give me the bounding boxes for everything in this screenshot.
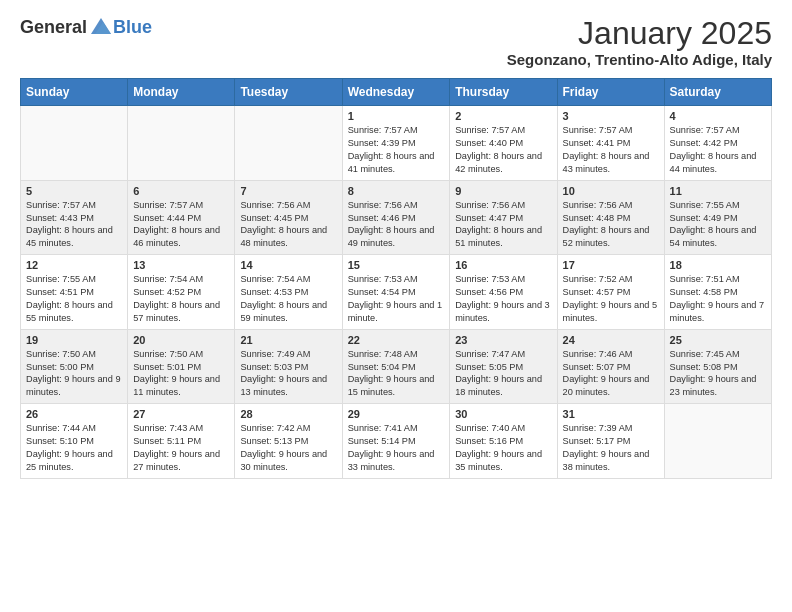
daylight-text: Daylight: 9 hours and 3 minutes. <box>455 300 550 323</box>
day-info: Sunrise: 7:50 AMSunset: 5:01 PMDaylight:… <box>133 348 229 400</box>
sunset-text: Sunset: 5:13 PM <box>240 436 308 446</box>
table-row: 29Sunrise: 7:41 AMSunset: 5:14 PMDayligh… <box>342 404 450 479</box>
day-number: 13 <box>133 259 229 271</box>
col-tuesday: Tuesday <box>235 79 342 106</box>
day-number: 18 <box>670 259 766 271</box>
daylight-text: Daylight: 8 hours and 54 minutes. <box>670 225 757 248</box>
daylight-text: Daylight: 8 hours and 55 minutes. <box>26 300 113 323</box>
day-number: 30 <box>455 408 551 420</box>
sunrise-text: Sunrise: 7:39 AM <box>563 423 633 433</box>
day-number: 28 <box>240 408 336 420</box>
day-number: 17 <box>563 259 659 271</box>
sunrise-text: Sunrise: 7:56 AM <box>348 200 418 210</box>
daylight-text: Daylight: 8 hours and 49 minutes. <box>348 225 435 248</box>
sunset-text: Sunset: 4:40 PM <box>455 138 523 148</box>
day-number: 7 <box>240 185 336 197</box>
sunrise-text: Sunrise: 7:44 AM <box>26 423 96 433</box>
day-info: Sunrise: 7:51 AMSunset: 4:58 PMDaylight:… <box>670 273 766 325</box>
day-info: Sunrise: 7:57 AMSunset: 4:39 PMDaylight:… <box>348 124 445 176</box>
sunset-text: Sunset: 4:54 PM <box>348 287 416 297</box>
logo-icon <box>89 16 113 38</box>
calendar-week-row: 5Sunrise: 7:57 AMSunset: 4:43 PMDaylight… <box>21 180 772 255</box>
table-row: 14Sunrise: 7:54 AMSunset: 4:53 PMDayligh… <box>235 255 342 330</box>
daylight-text: Daylight: 8 hours and 42 minutes. <box>455 151 542 174</box>
sunrise-text: Sunrise: 7:57 AM <box>348 125 418 135</box>
sunset-text: Sunset: 4:57 PM <box>563 287 631 297</box>
daylight-text: Daylight: 8 hours and 51 minutes. <box>455 225 542 248</box>
calendar-table: Sunday Monday Tuesday Wednesday Thursday… <box>20 78 772 479</box>
sunrise-text: Sunrise: 7:56 AM <box>563 200 633 210</box>
day-info: Sunrise: 7:41 AMSunset: 5:14 PMDaylight:… <box>348 422 445 474</box>
table-row: 23Sunrise: 7:47 AMSunset: 5:05 PMDayligh… <box>450 329 557 404</box>
sunrise-text: Sunrise: 7:57 AM <box>670 125 740 135</box>
day-number: 4 <box>670 110 766 122</box>
sunset-text: Sunset: 4:52 PM <box>133 287 201 297</box>
daylight-text: Daylight: 9 hours and 33 minutes. <box>348 449 435 472</box>
day-number: 27 <box>133 408 229 420</box>
month-title: January 2025 <box>507 16 772 51</box>
table-row: 18Sunrise: 7:51 AMSunset: 4:58 PMDayligh… <box>664 255 771 330</box>
day-number: 15 <box>348 259 445 271</box>
day-info: Sunrise: 7:48 AMSunset: 5:04 PMDaylight:… <box>348 348 445 400</box>
sunrise-text: Sunrise: 7:54 AM <box>240 274 310 284</box>
sunset-text: Sunset: 5:10 PM <box>26 436 94 446</box>
sunrise-text: Sunrise: 7:57 AM <box>563 125 633 135</box>
header: General Blue January 2025 Segonzano, Tre… <box>20 16 772 68</box>
table-row <box>21 106 128 181</box>
daylight-text: Daylight: 9 hours and 5 minutes. <box>563 300 658 323</box>
sunrise-text: Sunrise: 7:47 AM <box>455 349 525 359</box>
table-row: 11Sunrise: 7:55 AMSunset: 4:49 PMDayligh… <box>664 180 771 255</box>
daylight-text: Daylight: 9 hours and 30 minutes. <box>240 449 327 472</box>
col-sunday: Sunday <box>21 79 128 106</box>
daylight-text: Daylight: 8 hours and 59 minutes. <box>240 300 327 323</box>
daylight-text: Daylight: 9 hours and 11 minutes. <box>133 374 220 397</box>
day-info: Sunrise: 7:47 AMSunset: 5:05 PMDaylight:… <box>455 348 551 400</box>
day-number: 14 <box>240 259 336 271</box>
sunrise-text: Sunrise: 7:43 AM <box>133 423 203 433</box>
day-info: Sunrise: 7:56 AMSunset: 4:45 PMDaylight:… <box>240 199 336 251</box>
day-number: 8 <box>348 185 445 197</box>
sunset-text: Sunset: 5:16 PM <box>455 436 523 446</box>
day-info: Sunrise: 7:44 AMSunset: 5:10 PMDaylight:… <box>26 422 122 474</box>
table-row: 6Sunrise: 7:57 AMSunset: 4:44 PMDaylight… <box>128 180 235 255</box>
sunset-text: Sunset: 4:41 PM <box>563 138 631 148</box>
day-info: Sunrise: 7:56 AMSunset: 4:48 PMDaylight:… <box>563 199 659 251</box>
sunset-text: Sunset: 4:48 PM <box>563 213 631 223</box>
calendar-week-row: 1Sunrise: 7:57 AMSunset: 4:39 PMDaylight… <box>21 106 772 181</box>
day-number: 24 <box>563 334 659 346</box>
daylight-text: Daylight: 9 hours and 9 minutes. <box>26 374 121 397</box>
daylight-text: Daylight: 9 hours and 25 minutes. <box>26 449 113 472</box>
sunset-text: Sunset: 5:14 PM <box>348 436 416 446</box>
table-row: 24Sunrise: 7:46 AMSunset: 5:07 PMDayligh… <box>557 329 664 404</box>
day-number: 16 <box>455 259 551 271</box>
table-row: 7Sunrise: 7:56 AMSunset: 4:45 PMDaylight… <box>235 180 342 255</box>
sunset-text: Sunset: 5:00 PM <box>26 362 94 372</box>
day-info: Sunrise: 7:53 AMSunset: 4:54 PMDaylight:… <box>348 273 445 325</box>
table-row: 31Sunrise: 7:39 AMSunset: 5:17 PMDayligh… <box>557 404 664 479</box>
sunset-text: Sunset: 4:43 PM <box>26 213 94 223</box>
sunrise-text: Sunrise: 7:54 AM <box>133 274 203 284</box>
daylight-text: Daylight: 8 hours and 41 minutes. <box>348 151 435 174</box>
col-thursday: Thursday <box>450 79 557 106</box>
day-info: Sunrise: 7:49 AMSunset: 5:03 PMDaylight:… <box>240 348 336 400</box>
sunrise-text: Sunrise: 7:52 AM <box>563 274 633 284</box>
calendar-week-row: 19Sunrise: 7:50 AMSunset: 5:00 PMDayligh… <box>21 329 772 404</box>
table-row: 5Sunrise: 7:57 AMSunset: 4:43 PMDaylight… <box>21 180 128 255</box>
day-number: 23 <box>455 334 551 346</box>
day-number: 3 <box>563 110 659 122</box>
sunset-text: Sunset: 5:05 PM <box>455 362 523 372</box>
table-row: 15Sunrise: 7:53 AMSunset: 4:54 PMDayligh… <box>342 255 450 330</box>
daylight-text: Daylight: 9 hours and 15 minutes. <box>348 374 435 397</box>
table-row <box>664 404 771 479</box>
sunset-text: Sunset: 4:46 PM <box>348 213 416 223</box>
day-number: 19 <box>26 334 122 346</box>
day-number: 11 <box>670 185 766 197</box>
table-row: 17Sunrise: 7:52 AMSunset: 4:57 PMDayligh… <box>557 255 664 330</box>
table-row: 21Sunrise: 7:49 AMSunset: 5:03 PMDayligh… <box>235 329 342 404</box>
sunset-text: Sunset: 4:53 PM <box>240 287 308 297</box>
day-info: Sunrise: 7:55 AMSunset: 4:49 PMDaylight:… <box>670 199 766 251</box>
day-number: 1 <box>348 110 445 122</box>
sunset-text: Sunset: 4:42 PM <box>670 138 738 148</box>
sunrise-text: Sunrise: 7:49 AM <box>240 349 310 359</box>
daylight-text: Daylight: 8 hours and 46 minutes. <box>133 225 220 248</box>
